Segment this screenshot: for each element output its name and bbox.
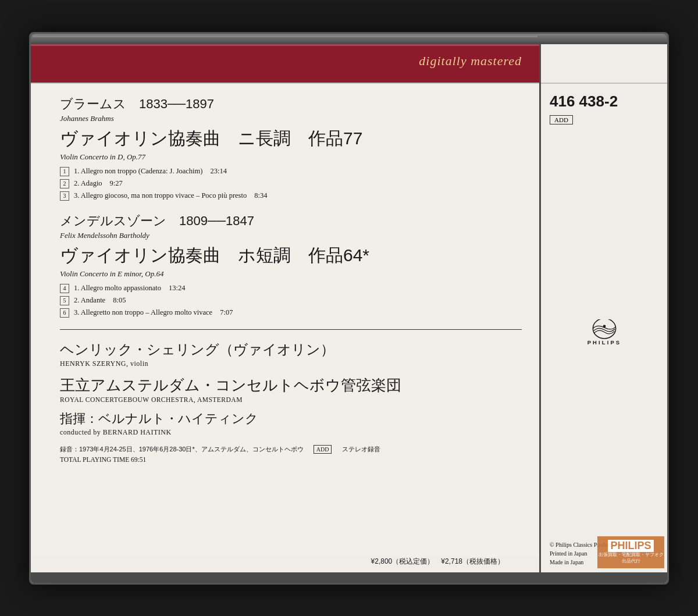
mendelssohn-concerto-en: Violin Concerto in E minor, Op.64	[60, 269, 522, 279]
add-badge-recording: ADD	[314, 445, 332, 454]
track-text: 1. Allegro molto appassionato 13:24	[74, 283, 185, 293]
stamp-overlay: PHILIPS 出張買取・宅配買取・ヤフオク出品代行	[597, 536, 664, 568]
mendelssohn-jp: メンデルスゾーン 1809──1847	[60, 212, 522, 230]
digitally-mastered-text: digitally mastered	[419, 54, 522, 69]
track-number: 2	[60, 179, 69, 188]
orchestra-en: ROYAL CONCERTGEBOUW ORCHESTRA, AMSTERDAM	[60, 396, 522, 403]
track-item: 2 2. Adagio 9:27	[60, 179, 522, 188]
philips-logo: PHILIPS	[581, 312, 628, 358]
brahms-concerto-en: Violin Concerto in D, Op.77	[60, 152, 522, 162]
track-number: 4	[60, 284, 69, 293]
violinist-jp: ヘンリック・シェリング（ヴァイオリン）	[60, 340, 522, 359]
performers-section: ヘンリック・シェリング（ヴァイオリン） HENRYK SZERYNG, viol…	[60, 340, 522, 437]
track-number: 1	[60, 167, 69, 176]
recording-info: 録音：1973年4月24-25日、1976年6月28-30日*、アムステルダム、…	[60, 445, 522, 454]
track-item: 5 2. Andante 8:05	[60, 295, 522, 305]
red-border-bottom	[31, 78, 539, 84]
right-panel: 416 438-2 ADD PHILIPS © Philips Classics…	[539, 34, 667, 583]
philips-waves-icon: PHILIPS	[584, 319, 625, 351]
brahms-en: Johannes Brahms	[60, 114, 522, 123]
catalog-number: 416 438-2	[550, 92, 658, 111]
top-border	[31, 34, 539, 44]
conductor-jp: 指揮：ベルナルト・ハイティンク	[60, 410, 522, 428]
stamp-main-text: PHILIPS	[608, 540, 653, 553]
conductor-en: conducted by BERNARD HAITINK	[60, 428, 522, 437]
violinist-en: HENRYK SZERYNG, violin	[60, 359, 522, 368]
svg-point-1	[603, 325, 606, 327]
right-top-dark	[541, 34, 667, 44]
price-text: ¥2,800（税込定価） ¥2,718（税抜価格）	[371, 557, 522, 567]
right-content: 416 438-2 ADD PHILIPS © Philips Classics…	[541, 84, 667, 572]
red-banner: digitally mastered	[31, 44, 539, 78]
track-text: 1. Allegro non troppo (Cadenza: J. Joach…	[74, 166, 227, 176]
brahms-jp: ブラームス 1833──1897	[60, 95, 522, 113]
brahms-tracks: 1 1. Allegro non troppo (Cadenza: J. Joa…	[60, 166, 522, 201]
right-red	[541, 44, 667, 78]
content-area: ブラームス 1833──1897 Johannes Brahms ヴァイオリン協…	[31, 84, 539, 557]
track-item: 3 3. Allegro giocoso, ma non troppo viva…	[60, 191, 522, 201]
stereo-text: ステレオ録音	[336, 446, 380, 453]
right-red-line	[541, 78, 667, 84]
track-item: 6 3. Allegretto non troppo – Allegro mol…	[60, 308, 522, 318]
price-row: ¥2,800（税込定価） ¥2,718（税抜価格）	[31, 557, 539, 572]
track-number: 5	[60, 296, 69, 305]
track-text: 2. Andante 8:05	[74, 295, 126, 305]
track-number: 6	[60, 308, 69, 318]
track-item: 1 1. Allegro non troppo (Cadenza: J. Joa…	[60, 166, 522, 176]
track-number: 3	[60, 191, 69, 201]
main-content: digitally mastered ブラームス 1833──1897 Joha…	[31, 34, 539, 583]
brahms-section: ブラームス 1833──1897 Johannes Brahms ヴァイオリン協…	[60, 95, 522, 201]
bottom-border-right	[541, 572, 667, 583]
stamp-sub-text: 出張買取・宅配買取・ヤフオク出品代行	[597, 552, 664, 564]
section-divider	[60, 329, 522, 330]
track-text: 2. Adagio 9:27	[74, 179, 123, 188]
svg-text:PHILIPS: PHILIPS	[587, 339, 621, 346]
track-text: 3. Allegretto non troppo – Allegro molto…	[74, 308, 233, 318]
recording-date-text: 録音：1973年4月24-25日、1976年6月28-30日*、アムステルダム、…	[60, 446, 310, 453]
orchestra-jp: 王立アムステルダム・コンセルトヘボウ管弦楽団	[60, 375, 522, 396]
total-time: TOTAL PLAYING TIME 69:51	[60, 456, 522, 463]
mendelssohn-section: メンデルスゾーン 1809──1847 Felix Mendelssohn Ba…	[60, 212, 522, 318]
bottom-border	[31, 572, 539, 583]
cd-case: digitally mastered ブラームス 1833──1897 Joha…	[29, 32, 669, 585]
mendelssohn-tracks: 4 1. Allegro molto appassionato 13:24 5 …	[60, 283, 522, 318]
mendelssohn-concerto-jp: ヴァイオリン協奏曲 ホ短調 作品64*	[60, 244, 522, 268]
brahms-concerto-jp: ヴァイオリン協奏曲 ニ長調 作品77	[60, 127, 522, 151]
add-badge-right: ADD	[550, 115, 573, 124]
track-text: 3. Allegro giocoso, ma non troppo vivace…	[74, 191, 267, 201]
track-item: 4 1. Allegro molto appassionato 13:24	[60, 283, 522, 293]
mendelssohn-en: Felix Mendelssohn Bartholdy	[60, 231, 522, 240]
